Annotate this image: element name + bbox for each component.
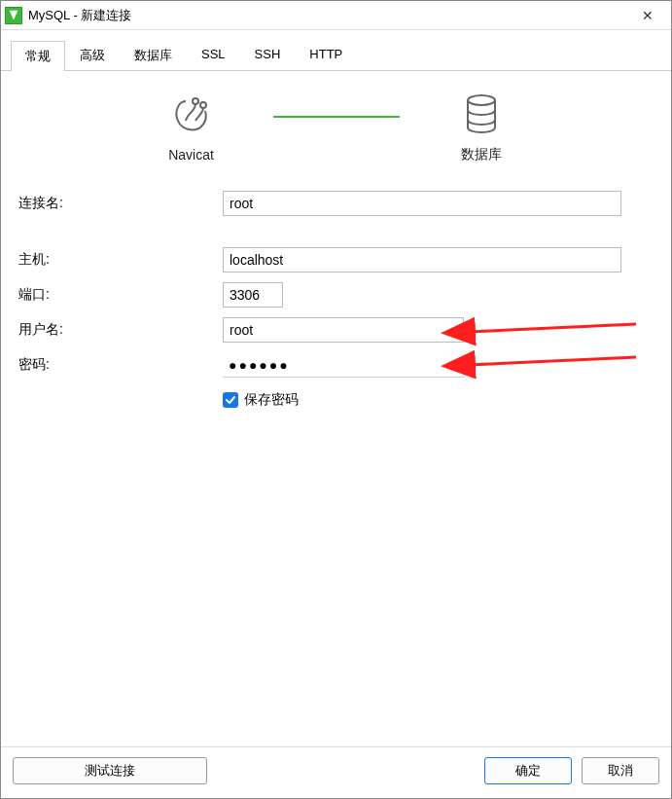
tab-content-general: Navicat 数据库 连接名:	[1, 71, 671, 746]
close-icon[interactable]: ✕	[628, 8, 667, 23]
save-password-label: 保存密码	[244, 391, 299, 409]
button-bar: 测试连接 确定 取消	[1, 746, 671, 798]
row-port: 端口:	[18, 282, 654, 308]
svg-point-1	[200, 102, 206, 108]
tab-database[interactable]: 数据库	[120, 40, 187, 70]
tabstrip: 常规 高级 数据库 SSL SSH HTTP	[1, 30, 671, 71]
svg-point-0	[193, 98, 198, 104]
titlebar: MySQL - 新建连接 ✕	[1, 1, 671, 30]
database-icon	[458, 91, 505, 140]
dialog-window: MySQL - 新建连接 ✕ 常规 高级 数据库 SSL SSH HTTP	[0, 0, 672, 799]
row-save-password: 保存密码	[18, 391, 654, 409]
user-field[interactable]	[223, 317, 464, 343]
password-label: 密码:	[18, 356, 223, 374]
tab-general[interactable]: 常规	[11, 41, 65, 71]
connector-left: Navicat	[114, 91, 269, 163]
row-host: 主机:	[18, 247, 654, 272]
tab-ssl[interactable]: SSL	[187, 40, 240, 70]
navicat-icon	[168, 91, 215, 141]
window-title: MySQL - 新建连接	[28, 7, 131, 24]
tab-http[interactable]: HTTP	[295, 40, 357, 70]
connector-line	[273, 116, 400, 118]
connector-left-label: Navicat	[168, 147, 214, 163]
row-user: 用户名:	[18, 317, 654, 343]
ok-button[interactable]: 确定	[484, 757, 572, 784]
host-label: 主机:	[18, 251, 223, 269]
connector-diagram: Navicat 数据库	[18, 91, 654, 163]
host-field[interactable]	[223, 247, 621, 272]
connection-form: 连接名: 主机: 端口: 用户名: 密码: ●●●●●●	[18, 191, 654, 409]
test-connection-button[interactable]: 测试连接	[13, 757, 207, 784]
password-field[interactable]: ●●●●●●	[223, 352, 464, 378]
save-password-checkbox[interactable]	[223, 392, 238, 408]
row-conn-name: 连接名:	[18, 191, 654, 216]
app-icon	[5, 7, 22, 24]
connector-right: 数据库	[404, 91, 559, 163]
port-label: 端口:	[18, 286, 223, 304]
user-label: 用户名:	[18, 321, 223, 339]
svg-point-2	[468, 95, 495, 105]
port-field[interactable]	[223, 282, 283, 308]
tab-advanced[interactable]: 高级	[65, 40, 120, 70]
connector-right-label: 数据库	[461, 146, 502, 163]
tab-ssh[interactable]: SSH	[240, 40, 296, 70]
conn-name-label: 连接名:	[18, 195, 223, 212]
row-password: 密码: ●●●●●●	[18, 352, 654, 378]
conn-name-field[interactable]	[223, 191, 621, 216]
cancel-button[interactable]: 取消	[582, 757, 659, 784]
